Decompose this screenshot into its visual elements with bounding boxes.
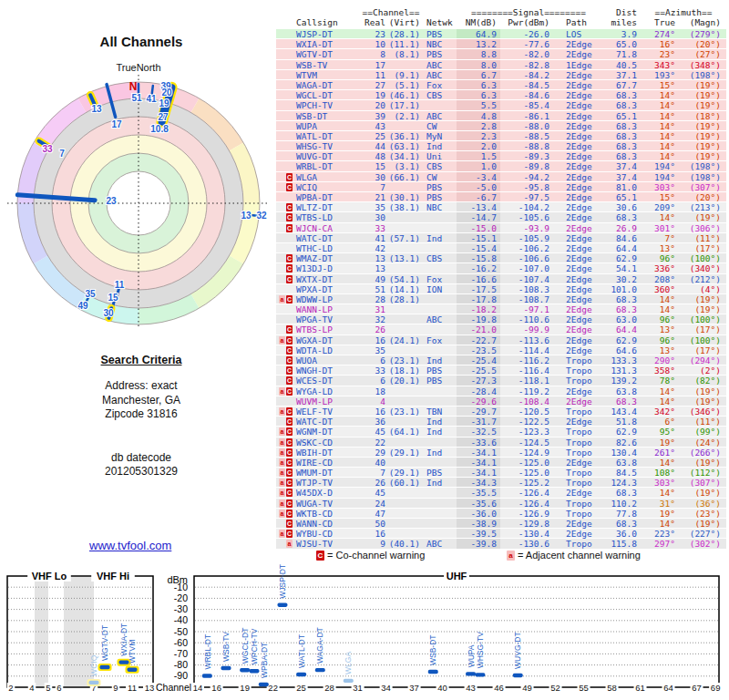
signal-marker [277,603,287,607]
cell-azimuth-magn: (23°) [675,509,726,518]
cell-warnings: C [276,355,294,365]
radar-channel-label: 11 [115,280,125,290]
cell-azimuth-magn: (82°) [675,376,726,385]
co-channel-legend: C= Co-channel warning [316,550,425,561]
cell-azimuth-true: 14° [641,304,675,314]
cell-virt: (18.1) [385,365,420,375]
cell-callsign: WTVM [294,70,362,79]
signal-marker [240,668,250,672]
cell-virt: (54.1) [385,274,420,283]
cell-real: 45 [362,427,385,436]
cell-pwr: -108.3 [500,284,555,293]
cell-path: Tropo [555,407,601,416]
vhf-hi-label: VHF Hi [97,571,129,582]
cell-netwk [420,304,457,314]
cell-netwk: Fox [420,335,457,345]
cell-netwk: NBC [420,202,457,211]
cell-real: 47 [362,509,385,518]
cell-netwk [420,324,457,334]
cell-virt [385,499,420,508]
cell-nm: 4.8 [457,111,500,120]
cell-nm: 6.7 [457,70,500,79]
cell-nm: -27.3 [457,376,500,385]
cell-pwr: -106.2 [500,243,555,252]
channel-tick-label: 58 [607,683,617,693]
dbm-tick-label: -70 [174,648,188,659]
co-channel-legend-text: = Co-channel warning [327,550,425,561]
cell-pwr: -93.9 [500,223,555,232]
cell-warnings [276,131,294,140]
co-channel-warning-icon: C [286,213,293,221]
cell-virt [385,529,420,538]
cell-dist: 68.3 [601,151,641,160]
cell-nm: -28.4 [457,386,500,396]
cell-pwr: -123.3 [500,427,555,436]
cell-dist: 82.6 [601,438,641,447]
dbm-tick-label: -10 [174,582,188,592]
table-row: aWJSU-TV9(40.1)ABC-39.8-130.6Tropo115.82… [276,539,726,549]
header-virt: (Virt) [385,17,420,27]
cell-warnings: C [276,345,294,355]
cell-virt: (23.1) [385,355,420,365]
station-table: ==Channel==========Signal========Dist==A… [276,7,726,550]
co-channel-warning-icon: C [286,275,293,283]
cell-azimuth-true: 95° [641,427,675,436]
channel-tick-label: 31 [353,683,363,693]
cell-callsign: WPXA-DT [294,284,362,293]
cell-azimuth-magn: (198°) [675,161,726,170]
cell-azimuth-magn: (27°) [675,49,726,58]
cell-azimuth-magn: (266°) [675,448,726,457]
cell-dist: 63.8 [601,386,641,396]
cell-path: 2Edge [555,396,601,406]
cell-azimuth-true: 360° [641,284,675,293]
cell-path: Tropo [555,478,601,487]
cell-warnings [276,121,294,130]
cell-azimuth-true: 6° [641,417,675,426]
cell-real: 13 [362,253,385,262]
cell-azimuth-true: 13° [641,243,675,252]
cell-dist: 62.9 [601,427,641,436]
co-channel-warning-icon: C [286,520,293,528]
cell-pwr: -106.6 [500,253,555,262]
cell-path: 2Edge [555,529,601,538]
cell-dist: 3.9 [601,29,641,38]
dbm-tick-label: -90 [174,670,188,681]
cell-nm: -29.6 [457,396,500,406]
cell-path: Tropo [555,539,601,548]
table-row: CWNGH-DT33(18.1)PBS-25.5-116.4Tropo131.3… [276,365,726,376]
cell-real: 23 [362,29,385,38]
adjacent-warning-icon: a [279,295,285,304]
cell-azimuth-true: 96° [641,253,675,262]
cell-virt: (57.1) [385,233,420,242]
cell-dist: 65.1 [601,111,641,120]
adjacent-warning-icon: a [286,540,293,548]
cell-pwr: -94.2 [500,172,555,181]
cell-azimuth-true: 14° [641,121,675,130]
cell-azimuth-magn: (19°) [675,294,726,304]
cell-warnings: aC [276,458,294,467]
cell-nm: -31.7 [457,417,500,426]
cell-netwk: PBS [420,468,457,477]
signal-marker-callsign: WSB-DT [428,635,437,666]
table-row: WUPA43CW2.8-88.02Edge68.314°(19°) [276,121,726,131]
cell-path: 2Edge [555,458,601,467]
cell-azimuth-magn: (18°) [675,111,726,120]
vhf-lo-label: VHF Lo [32,571,67,582]
cell-pwr: -97.1 [500,304,555,314]
cell-pwr: -124.9 [500,448,555,457]
channel-tick-label: 6 [56,683,61,693]
signal-marker [128,668,138,672]
cell-azimuth-magn: (19°) [675,386,726,396]
search-zipcode: Zipcode 31816 [55,407,228,422]
cell-path: Tropo [555,438,601,447]
cell-callsign: WGCL-DT [294,90,362,99]
cell-netwk: CW [420,121,457,130]
co-channel-warning-icon: C [316,551,324,561]
table-group-header-row: ==Channel==========Signal========Dist==A… [276,7,726,17]
cell-pwr: -85.4 [500,100,555,109]
cell-nm: -34.1 [457,468,500,477]
radar-channel-label: 27 [158,112,169,122]
cell-azimuth-true: 342° [641,407,675,416]
cell-path: 2Edge [555,39,601,48]
cell-pwr: -125.2 [500,478,555,487]
